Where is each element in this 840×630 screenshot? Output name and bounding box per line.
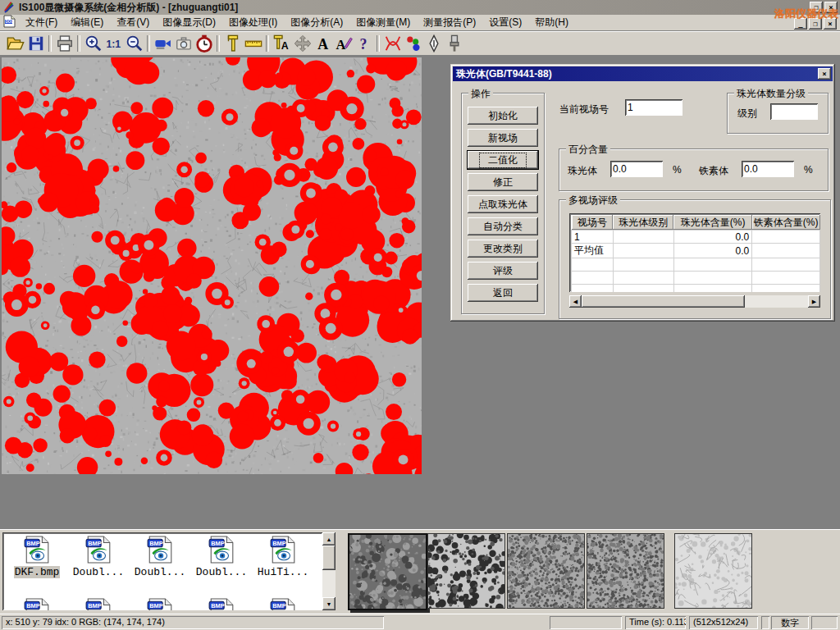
menu-item-6[interactable]: 图像测量(M) [349,14,417,31]
file-list[interactable]: BMPDKF.bmpBMPDoubl...BMPDoubl...BMPDoubl… [2,532,322,610]
file-item-Doubl...[interactable]: BMPDoubl... [130,536,189,578]
file-item-Doubl...[interactable]: BMPDoubl... [69,536,128,578]
scroll-down-icon[interactable]: ▼ [322,597,336,610]
status-bar: x: 510 y: 79 idx: 0 RGB: (174, 174, 174)… [0,614,840,630]
op-button-3[interactable]: 修正 [468,173,538,191]
thumbnail-high-contrast-micrograph[interactable] [427,533,505,609]
file-item-HuiTi...[interactable]: BMPHuiTi... [253,536,313,578]
text-edit-icon[interactable]: A [333,34,354,54]
dialog-title-bar[interactable]: 珠光体(GB/T9441-88) × [453,66,833,81]
table-header-1[interactable]: 珠光体级别 [613,215,673,231]
scrollbar-thumb[interactable] [322,546,336,570]
metallographic-image[interactable] [2,57,422,474]
pen-icon[interactable] [423,34,444,54]
status-panel-1 [550,616,622,629]
color-dots-icon[interactable] [403,34,423,54]
pearlite-label: 珠光体 [568,164,597,178]
file-item-DKF.bmp[interactable]: BMPDKF.bmp [7,536,66,578]
grade-label: 级别 [737,107,757,121]
scroll-up-icon[interactable]: ▲ [322,532,336,546]
table-row[interactable]: 10.0 [572,231,820,244]
workspace: 珠光体(GB/T9441-88) × 操作 初始化新视场二值化修正点取珠光体自动… [0,56,840,529]
file-item-row2[interactable]: BMP [69,598,128,610]
op-button-7[interactable]: 评级 [468,262,538,280]
camera-icon[interactable] [173,34,194,54]
op-button-1[interactable]: 新视场 [468,129,538,147]
op-button-5[interactable]: 自动分类 [468,217,538,235]
open-icon[interactable] [5,34,25,54]
table-row[interactable]: 平均值0.0 [572,244,820,258]
ruler-icon[interactable] [243,34,263,54]
status-panel-3: (512x512x24) [689,616,758,629]
file-item-row2[interactable]: BMP [253,598,313,610]
scrollbar-thumb[interactable] [582,295,745,308]
caliper-icon[interactable] [222,34,243,54]
toolbar-separator [48,35,52,52]
table-header-3[interactable]: 铁素体含量(%) [752,215,820,231]
measure-text-icon[interactable]: A [272,34,292,54]
op-button-6[interactable]: 更改类别 [468,240,538,258]
svg-text:1:1: 1:1 [106,39,121,50]
file-item-Doubl...[interactable]: BMPDoubl... [192,536,251,578]
save-icon[interactable] [25,34,46,54]
bmp-file-icon: BMP [69,598,128,610]
help-icon[interactable]: ? [354,34,374,54]
thumbnail-fine-speckle-micrograph[interactable] [507,533,585,609]
print-icon[interactable] [54,34,75,54]
menu-item-5[interactable]: 图像分析(A) [284,14,349,31]
table-row[interactable] [572,258,820,272]
file-item-row2[interactable]: BMP [130,598,189,610]
move-cross-icon[interactable] [292,34,313,54]
menu-item-8[interactable]: 设置(S) [482,14,528,31]
actual-size-icon[interactable]: 1:1 [103,34,124,54]
menu-item-3[interactable]: 图像显示(D) [156,14,222,31]
thumbnail-light-lamellar-micrograph[interactable] [674,533,752,609]
window-title: IS100显微摄像系统(金相分析版) - [zhuguangti01] [19,1,238,15]
table-header-0[interactable]: 视场号 [572,215,614,231]
ferrite-percent-input[interactable] [742,161,794,177]
op-button-8[interactable]: 返回 [468,284,538,302]
menu-item-1[interactable]: 编辑(E) [64,14,110,31]
thumbnail-dark-coarse-micrograph[interactable] [348,533,427,610]
menu-item-7[interactable]: 测量报告(P) [417,14,482,31]
table-row[interactable] [572,272,820,285]
scroll-left-icon[interactable]: ◀ [569,295,582,308]
current-field-input[interactable] [625,99,682,116]
menu-item-9[interactable]: 帮助(H) [528,14,575,31]
video-camera-icon[interactable] [153,34,173,54]
title-bar: IS100显微摄像系统(金相分析版) - [zhuguangti01] ❐ × [0,0,840,15]
svg-text:DOC: DOC [6,20,15,24]
bmp-file-icon: BMP [253,598,313,610]
svg-text:BMP: BMP [272,602,286,609]
table-row[interactable] [572,285,820,293]
pearlite-percent-input[interactable] [610,161,663,177]
status-panel-4 [761,616,769,629]
percent-group: 百分含量 珠光体 % 铁素体 % [559,148,829,191]
thumbnail-fine-speckle-micrograph[interactable] [587,533,664,609]
zoom-out-icon[interactable] [124,34,144,54]
op-button-4[interactable]: 点取珠光体 [468,195,538,213]
file-item-row2[interactable]: BMP [192,598,251,610]
svg-text:BMP: BMP [88,602,102,609]
timer-icon[interactable] [194,34,214,54]
zoom-in-icon[interactable] [83,34,103,54]
op-button-0[interactable]: 初始化 [468,107,538,125]
multifield-table[interactable]: 视场号珠光体级别珠光体含量(%)铁素体含量(%)10.0平均值0.0 [569,213,820,292]
grade-input[interactable] [770,103,818,120]
document-icon[interactable]: DOC [3,15,16,30]
menu-item-0[interactable]: 文件(F) [19,14,64,31]
grading-group: 珠光体数量分级 级别 [727,93,829,134]
menu-item-2[interactable]: 查看(V) [110,14,156,31]
op-button-2[interactable]: 二值化 [468,151,538,169]
menu-item-4[interactable]: 图像处理(I) [222,14,284,31]
file-list-scrollbar[interactable]: ▲ ▼ [322,532,336,610]
operation-group: 操作 初始化新视场二值化修正点取珠光体自动分类更改类别评级返回 [461,93,545,314]
brush-icon[interactable] [444,34,464,54]
red-curve-icon[interactable] [382,34,403,54]
file-item-row2[interactable]: BMP [7,598,66,610]
table-header-2[interactable]: 珠光体含量(%) [673,215,751,231]
table-horizontal-scrollbar[interactable]: ◀ ▶ [569,295,820,308]
scroll-right-icon[interactable]: ▶ [808,295,820,308]
text-icon[interactable]: A [313,34,333,54]
dialog-close-button[interactable]: × [818,68,831,80]
